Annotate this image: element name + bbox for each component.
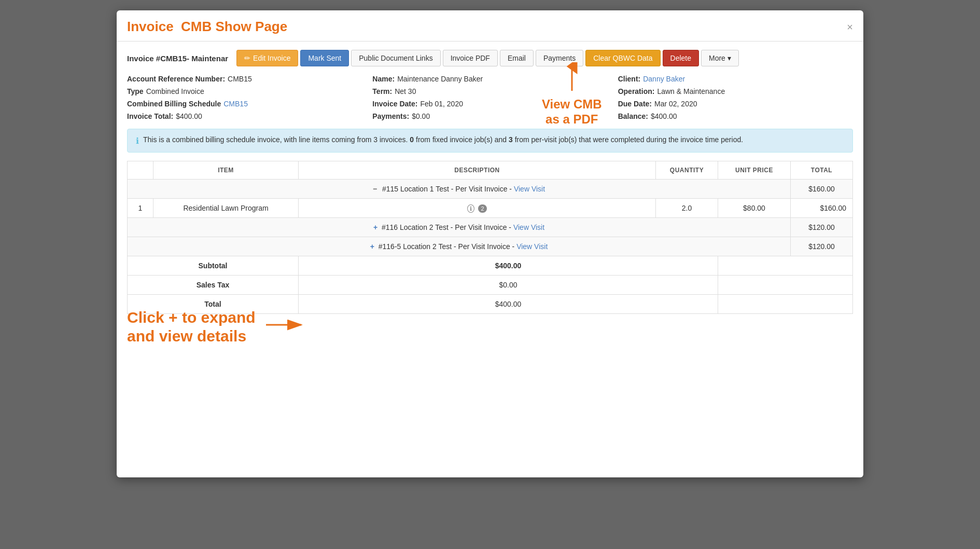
operation-item: Operation: Lawn & Maintenance [618, 87, 853, 95]
col-quantity: QUANTITY [656, 161, 718, 180]
expand-icon-116-5: + [370, 242, 374, 251]
modal-body: Invoice #CMB15- Maintenar ✏ Edit Invoice… [117, 42, 863, 322]
total-item: Invoice Total: $400.00 [127, 112, 362, 120]
modal-title: Invoice CMB Show Page [127, 19, 287, 35]
table-header-row: ITEM DESCRIPTION QUANTITY UNIT PRICE TOT… [128, 161, 853, 180]
sales-tax-value: $0.00 [299, 276, 718, 295]
line-items-table: ITEM DESCRIPTION QUANTITY UNIT PRICE TOT… [127, 161, 853, 314]
subtotal-label: Subtotal [128, 256, 299, 276]
badge-2: 2 [478, 204, 486, 213]
invoice-116-5-total: $120.00 [791, 237, 853, 256]
term-item: Term: Net 30 [372, 87, 607, 95]
title-main: CMB Show Page [181, 19, 287, 34]
invoice-row-116[interactable]: + #116 Location 2 Test - Per Visit Invoi… [128, 218, 853, 237]
invoice-116-5-label: + #116-5 Location 2 Test - Per Visit Inv… [128, 237, 791, 256]
view-visit-link-116-5[interactable]: View Visit [516, 242, 548, 251]
close-button[interactable]: × [847, 22, 853, 32]
delete-button[interactable]: Delete [663, 50, 699, 66]
invoice-115-label: − #115 Location 1 Test - Per Visit Invoi… [128, 180, 791, 199]
line-item-total-1: $160.00 [791, 199, 853, 218]
total-label: Total [128, 295, 299, 314]
col-total: TOTAL [791, 161, 853, 180]
info-column-3: Client: Danny Baker Operation: Lawn & Ma… [618, 75, 853, 120]
email-button[interactable]: Email [500, 50, 534, 66]
total-value: $400.00 [299, 295, 718, 314]
expand-icon-116: + [373, 223, 377, 231]
invoice-pdf-button[interactable]: Invoice PDF [443, 50, 498, 66]
mark-sent-button[interactable]: Mark Sent [300, 50, 349, 66]
alert-text: This is a combined billing schedule invo… [143, 135, 743, 144]
invoice-row-115[interactable]: − #115 Location 1 Test - Per Visit Invoi… [128, 180, 853, 199]
public-doc-links-button[interactable]: Public Document Links [351, 50, 440, 66]
col-item: ITEM [153, 161, 299, 180]
account-ref-item: Account Reference Number: CMB15 [127, 75, 362, 83]
collapse-icon-115: − [373, 185, 377, 193]
line-item-price-1: $80.00 [718, 199, 791, 218]
modal-overlay: Invoice CMB Show Page × Invoice #CMB15- … [0, 0, 980, 549]
info-column-1: Account Reference Number: CMB15 Type Com… [127, 75, 362, 120]
cbs-link[interactable]: CMB15 [223, 100, 248, 108]
invoice-date-item: Invoice Date: Feb 01, 2020 [372, 100, 607, 108]
sales-tax-row: Sales Tax $0.00 [128, 276, 853, 295]
line-item-num-1: 1 [128, 199, 153, 218]
line-item-qty-1: 2.0 [656, 199, 718, 218]
col-unit-price: UNIT PRICE [718, 161, 791, 180]
sales-tax-label: Sales Tax [128, 276, 299, 295]
name-item: Name: Maintenance Danny Baker [372, 75, 607, 83]
payments-button[interactable]: Payments [536, 50, 583, 66]
title-prefix: Invoice [127, 19, 174, 34]
line-item-name-1: Residential Lawn Program [153, 199, 299, 218]
edit-invoice-button[interactable]: ✏ Edit Invoice [236, 50, 298, 66]
invoice-id-label: Invoice #CMB15- Maintenar [127, 54, 228, 63]
info-icon: ℹ [136, 136, 139, 146]
invoice-115-total: $160.00 [791, 180, 853, 199]
payments-item: Payments: $0.00 [372, 112, 607, 120]
pencil-icon: ✏ [244, 54, 250, 62]
combined-billing-alert: ℹ This is a combined billing schedule in… [127, 129, 853, 153]
line-item-row-1: 1 Residential Lawn Program ℹ 2 2.0 $80.0… [128, 199, 853, 218]
info-grid: Account Reference Number: CMB15 Type Com… [127, 75, 853, 120]
invoice-modal: Invoice CMB Show Page × Invoice #CMB15- … [117, 10, 863, 477]
balance-item: Balance: $400.00 [618, 112, 853, 120]
more-button[interactable]: More ▾ [701, 50, 739, 66]
total-row: Total $400.00 [128, 295, 853, 314]
invoice-116-total: $120.00 [791, 218, 853, 237]
cbs-item: Combined Billing Schedule CMB15 [127, 100, 362, 108]
type-item: Type Combined Invoice [127, 87, 362, 95]
subtotal-value: $400.00 [299, 256, 718, 276]
view-visit-link-116[interactable]: View Visit [513, 223, 544, 231]
info-circle-icon: ℹ [467, 204, 474, 213]
modal-header: Invoice CMB Show Page × [117, 10, 863, 42]
invoice-116-label: + #116 Location 2 Test - Per Visit Invoi… [128, 218, 791, 237]
col-num [128, 161, 153, 180]
toolbar: Invoice #CMB15- Maintenar ✏ Edit Invoice… [127, 50, 853, 66]
client-item: Client: Danny Baker [618, 75, 853, 83]
line-item-desc-1: ℹ 2 [299, 199, 656, 218]
view-visit-link-115[interactable]: View Visit [514, 185, 545, 193]
due-date-item: Due Date: Mar 02, 2020 [618, 100, 853, 108]
info-column-2: Name: Maintenance Danny Baker Term: Net … [372, 75, 607, 120]
col-description: DESCRIPTION [299, 161, 656, 180]
clear-qbwc-button[interactable]: Clear QBWC Data [585, 50, 660, 66]
client-link[interactable]: Danny Baker [643, 75, 685, 83]
invoice-row-116-5[interactable]: + #116-5 Location 2 Test - Per Visit Inv… [128, 237, 853, 256]
subtotal-row: Subtotal $400.00 [128, 256, 853, 276]
